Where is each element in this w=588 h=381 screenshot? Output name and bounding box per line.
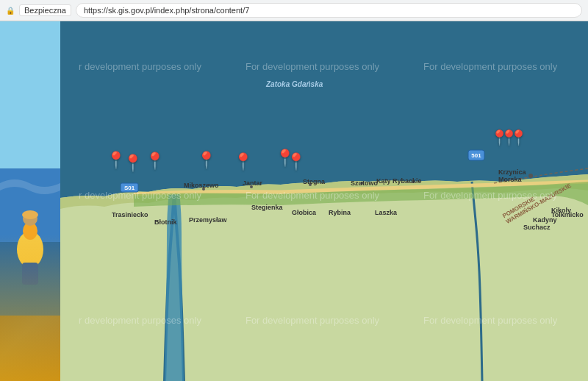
- site-label: Bezpieczna: [19, 4, 71, 16]
- marker-green-1[interactable]: 📍: [196, 152, 216, 168]
- svg-point-3: [17, 231, 43, 268]
- marker-green-7[interactable]: 📍: [509, 130, 528, 145]
- address-bar: 🔒 Bezpieczna https://sk.gis.gov.pl/index…: [0, 0, 588, 21]
- svg-point-15: [309, 183, 312, 186]
- svg-text:501: 501: [471, 152, 481, 159]
- svg-point-16: [360, 182, 363, 185]
- svg-point-17: [412, 180, 415, 183]
- svg-point-13: [202, 188, 205, 190]
- svg-point-18: [528, 174, 533, 178]
- svg-point-14: [250, 185, 253, 188]
- marker-red-2[interactable]: 📍: [123, 155, 143, 171]
- map-container[interactable]: 501 S01 Zatoka Gdańska Mikoszewo Jantar …: [60, 21, 588, 381]
- main-content: 501 S01 Zatoka Gdańska Mikoszewo Jantar …: [0, 21, 588, 381]
- map-svg: 501 S01: [60, 21, 588, 381]
- lock-icon: 🔒: [6, 7, 15, 15]
- svg-point-6: [22, 210, 38, 219]
- svg-rect-0: [0, 21, 60, 168]
- marker-red-3[interactable]: 📍: [145, 153, 165, 169]
- marker-green-4[interactable]: 📍: [286, 154, 306, 170]
- svg-rect-8: [0, 316, 60, 381]
- sidebar-image: [0, 21, 60, 381]
- svg-text:S01: S01: [124, 185, 135, 191]
- marker-green-2[interactable]: 📍: [233, 154, 253, 170]
- url-input[interactable]: https://sk.gis.gov.pl/index.php/strona/c…: [76, 3, 582, 18]
- svg-rect-2: [0, 242, 60, 316]
- browser-chrome: 🔒 Bezpieczna https://sk.gis.gov.pl/index…: [0, 0, 588, 21]
- svg-rect-7: [22, 263, 38, 285]
- sidebar-svg: [0, 21, 60, 381]
